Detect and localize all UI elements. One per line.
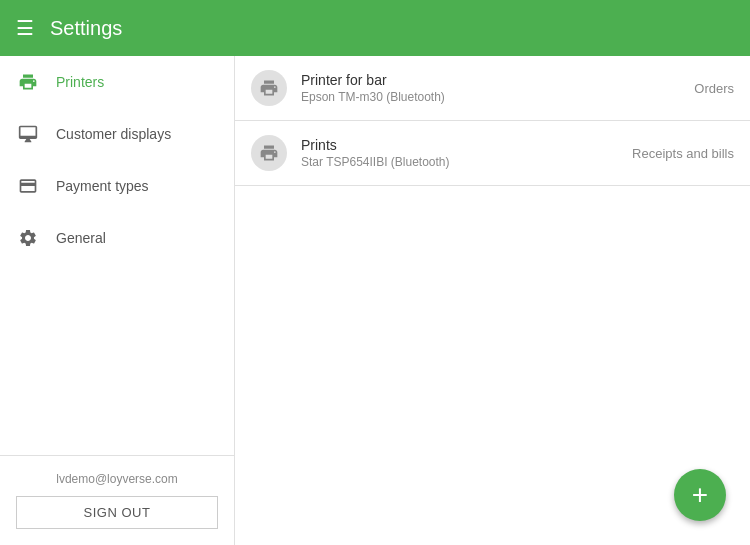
sidebar-nav: Printers Customer displays Payment (0, 56, 234, 455)
sidebar-item-customer-displays[interactable]: Customer displays (0, 108, 234, 160)
printer-type-1: Receipts and bills (632, 146, 734, 161)
printer-item-icon-1 (251, 135, 287, 171)
sidebar: Printers Customer displays Payment (0, 56, 235, 545)
printer-device-0: Epson TM-m30 (Bluetooth) (301, 90, 694, 104)
sidebar-label-customer-displays: Customer displays (56, 126, 171, 142)
sidebar-label-general: General (56, 230, 106, 246)
menu-icon[interactable]: ☰ (16, 16, 34, 40)
sidebar-label-printers: Printers (56, 74, 104, 90)
printer-device-1: Star TSP654IIBI (Bluetooth) (301, 155, 632, 169)
printer-info-1: Prints Star TSP654IIBI (Bluetooth) (301, 137, 632, 169)
printer-name-1: Prints (301, 137, 632, 153)
main-layout: Printers Customer displays Payment (0, 56, 750, 545)
sidebar-footer: lvdemo@loyverse.com SIGN OUT (0, 455, 234, 545)
printer-type-0: Orders (694, 81, 734, 96)
customer-display-icon (16, 122, 40, 146)
user-email: lvdemo@loyverse.com (16, 472, 218, 486)
printer-info-0: Printer for bar Epson TM-m30 (Bluetooth) (301, 72, 694, 104)
signout-button[interactable]: SIGN OUT (16, 496, 218, 529)
header-title: Settings (50, 17, 122, 40)
printer-item-icon-0 (251, 70, 287, 106)
general-icon (16, 226, 40, 250)
printer-name-0: Printer for bar (301, 72, 694, 88)
content-area: Printer for bar Epson TM-m30 (Bluetooth)… (235, 56, 750, 545)
payment-icon (16, 174, 40, 198)
sidebar-item-payment-types[interactable]: Payment types (0, 160, 234, 212)
sidebar-item-general[interactable]: General (0, 212, 234, 264)
printer-icon (16, 70, 40, 94)
header: ☰ Settings (0, 0, 750, 56)
sidebar-item-printers[interactable]: Printers (0, 56, 234, 108)
add-printer-fab[interactable]: + (674, 469, 726, 521)
printer-item-0[interactable]: Printer for bar Epson TM-m30 (Bluetooth)… (235, 56, 750, 121)
sidebar-label-payment-types: Payment types (56, 178, 149, 194)
printer-item-1[interactable]: Prints Star TSP654IIBI (Bluetooth) Recei… (235, 121, 750, 186)
